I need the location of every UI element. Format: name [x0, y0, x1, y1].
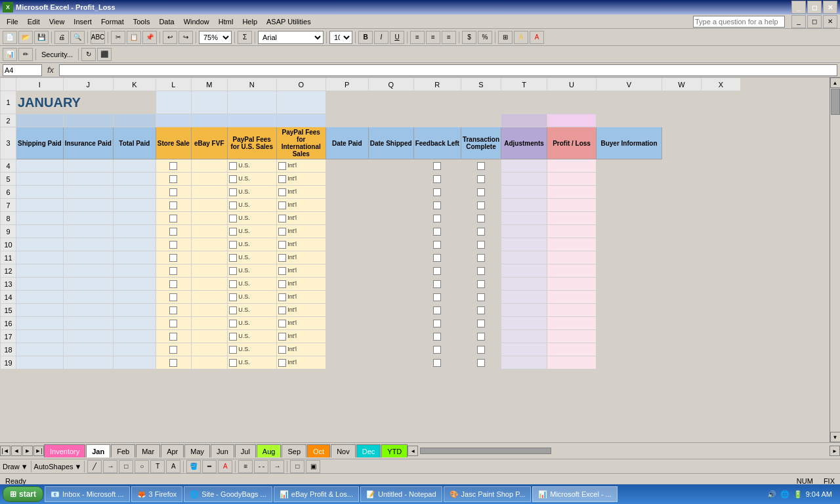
- checkbox[interactable]: [278, 333, 286, 341]
- drawing-toggle[interactable]: ✏: [18, 48, 33, 61]
- col-header-t[interactable]: T: [501, 78, 547, 91]
- tab-aug[interactable]: Aug: [257, 444, 282, 457]
- checkbox[interactable]: [229, 228, 237, 236]
- checkbox[interactable]: [433, 175, 441, 183]
- checkbox[interactable]: [477, 175, 485, 183]
- tab-jun[interactable]: Jun: [211, 444, 234, 457]
- tab-inventory[interactable]: Inventory: [44, 444, 85, 457]
- align-left[interactable]: ≡: [410, 31, 425, 44]
- checkbox[interactable]: [278, 306, 286, 314]
- cut-button[interactable]: ✂: [111, 31, 125, 44]
- checkbox[interactable]: [278, 254, 286, 262]
- col-header-q[interactable]: Q: [368, 78, 413, 91]
- new-button[interactable]: 📄: [3, 31, 17, 44]
- fill-tool[interactable]: 🪣: [186, 460, 201, 473]
- checkbox[interactable]: [169, 320, 177, 327]
- chart-wizard[interactable]: 📊: [3, 48, 17, 61]
- checkbox[interactable]: [433, 201, 441, 209]
- checkbox[interactable]: [169, 162, 177, 170]
- line-style-tool[interactable]: ≡: [238, 460, 253, 473]
- checkbox[interactable]: [278, 188, 286, 196]
- checkbox[interactable]: [433, 228, 441, 236]
- checkbox[interactable]: [169, 215, 177, 222]
- tab-jul[interactable]: Jul: [235, 444, 256, 457]
- scroll-left-button[interactable]: ◄: [408, 446, 418, 456]
- copy-button[interactable]: 📋: [127, 31, 141, 44]
- wordart-tool[interactable]: A: [166, 460, 180, 473]
- tab-first-button[interactable]: |◄: [0, 446, 10, 456]
- tab-jan[interactable]: Jan: [86, 444, 110, 457]
- save-button[interactable]: 💾: [34, 31, 49, 44]
- checkbox[interactable]: [433, 346, 441, 354]
- rect-tool[interactable]: □: [119, 460, 133, 473]
- menu-html[interactable]: Html: [215, 16, 238, 27]
- size-select[interactable]: 10: [329, 31, 352, 44]
- checkbox[interactable]: [278, 346, 286, 354]
- app-close[interactable]: ✕: [823, 15, 837, 28]
- checkbox[interactable]: [477, 306, 485, 314]
- checkbox[interactable]: [169, 254, 177, 262]
- checkbox[interactable]: [229, 188, 237, 196]
- menu-data[interactable]: Data: [155, 16, 178, 27]
- col-header-u[interactable]: U: [547, 78, 597, 91]
- checkbox[interactable]: [433, 188, 441, 196]
- checkbox[interactable]: [169, 267, 177, 275]
- checkbox[interactable]: [477, 280, 485, 288]
- checkbox[interactable]: [278, 267, 286, 275]
- redo-button[interactable]: ↪: [178, 31, 193, 44]
- checkbox[interactable]: [229, 175, 237, 183]
- checkbox[interactable]: [433, 293, 441, 301]
- checkbox[interactable]: [169, 333, 177, 341]
- checkbox[interactable]: [229, 293, 237, 301]
- checkbox[interactable]: [229, 306, 237, 314]
- checkbox[interactable]: [229, 162, 237, 170]
- scroll-down-button[interactable]: ▼: [830, 432, 841, 442]
- col-header-r[interactable]: R: [413, 78, 461, 91]
- spell-button[interactable]: ABC: [91, 31, 105, 44]
- menu-insert[interactable]: Insert: [70, 16, 96, 27]
- zoom-select[interactable]: 75%: [199, 31, 232, 44]
- checkbox[interactable]: [433, 215, 441, 222]
- tab-mar[interactable]: Mar: [136, 444, 160, 457]
- sheet-scroll[interactable]: I J K L M N O P Q R S T U V W: [0, 77, 830, 442]
- tab-next-button[interactable]: ►: [22, 446, 33, 456]
- checkbox[interactable]: [433, 280, 441, 288]
- checkbox[interactable]: [169, 188, 177, 196]
- checkbox[interactable]: [477, 162, 485, 170]
- dash-style-tool[interactable]: - -: [254, 460, 268, 473]
- col-header-k[interactable]: K: [113, 78, 156, 91]
- col-header-w[interactable]: W: [662, 78, 702, 91]
- checkbox[interactable]: [169, 201, 177, 209]
- checkbox[interactable]: [278, 162, 286, 170]
- checkbox[interactable]: [229, 215, 237, 222]
- checkbox[interactable]: [433, 254, 441, 262]
- col-header-o[interactable]: O: [276, 78, 326, 91]
- bold-button[interactable]: B: [358, 31, 373, 44]
- checkbox[interactable]: [169, 359, 177, 367]
- checkbox[interactable]: [278, 228, 286, 236]
- taskbar-item-excel[interactable]: 📊 Microsoft Excel - ...: [532, 486, 618, 502]
- font-select[interactable]: Arial: [258, 31, 324, 44]
- italic-button[interactable]: I: [374, 31, 388, 44]
- col-header-l[interactable]: L: [156, 78, 191, 91]
- col-header-j[interactable]: J: [63, 78, 113, 91]
- tab-prev-button[interactable]: ◄: [11, 446, 22, 456]
- checkbox[interactable]: [477, 359, 485, 367]
- checkbox[interactable]: [229, 280, 237, 288]
- vertical-scrollbar[interactable]: ▲ ▼: [830, 77, 840, 442]
- app-restore[interactable]: ◻: [807, 15, 822, 28]
- checkbox[interactable]: [477, 201, 485, 209]
- checkbox[interactable]: [477, 320, 485, 327]
- stop-button[interactable]: ⬛: [97, 48, 112, 61]
- checkbox[interactable]: [433, 320, 441, 327]
- currency-button[interactable]: $: [462, 31, 476, 44]
- cell-reference[interactable]: A4: [3, 64, 42, 76]
- checkbox[interactable]: [278, 215, 286, 222]
- checkbox[interactable]: [229, 201, 237, 209]
- checkbox[interactable]: [169, 306, 177, 314]
- app-minimize[interactable]: _: [791, 15, 806, 28]
- col-header-m[interactable]: M: [191, 78, 227, 91]
- font-color-tool[interactable]: A: [218, 460, 232, 473]
- tab-oct[interactable]: Oct: [307, 444, 330, 457]
- taskbar-item-jasc[interactable]: 🎨 Jasc Paint Shop P...: [444, 486, 532, 502]
